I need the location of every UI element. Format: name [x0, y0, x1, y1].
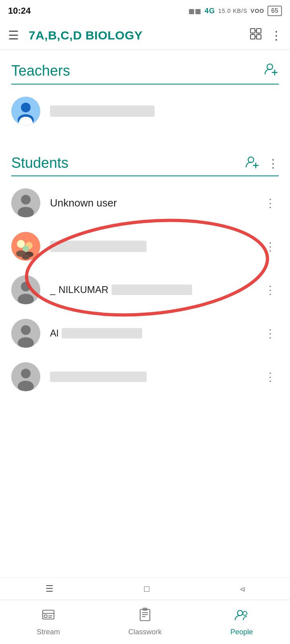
students-section-header: Students ⋮ — [0, 142, 290, 175]
students-actions: ⋮ — [245, 155, 279, 171]
student-avatar-5 — [11, 362, 40, 391]
system-nav-bar: ☰ □ ◃ — [0, 577, 290, 600]
student-more-3[interactable]: ⋮ — [261, 280, 279, 300]
student-item: ⋮ — [0, 225, 290, 268]
student-more-2[interactable]: ⋮ — [261, 237, 279, 256]
nav-classwork[interactable]: Classwork — [97, 600, 193, 644]
students-divider — [11, 175, 279, 176]
svg-point-34 — [21, 369, 31, 378]
classwork-icon — [138, 608, 152, 625]
students-heading: Students — [11, 155, 68, 171]
svg-point-49 — [243, 611, 247, 615]
more-options-icon[interactable]: ⋮ — [270, 28, 282, 42]
teachers-actions — [264, 62, 279, 80]
nav-stream[interactable]: Stream — [0, 600, 97, 644]
teacher-avatar — [11, 97, 40, 126]
students-more-icon[interactable]: ⋮ — [267, 156, 279, 170]
status-indicators: ▦▦ 4G 15.0 KB/S VOO 65 — [188, 6, 282, 16]
teacher-item — [0, 89, 290, 133]
nav-people[interactable]: People — [193, 600, 290, 644]
signal-icon: ▦▦ — [188, 7, 201, 15]
content-area: Teachers — [0, 50, 290, 463]
stream-icon — [41, 608, 56, 625]
add-teacher-icon[interactable] — [264, 62, 279, 80]
student-item: ⋮ — [0, 355, 290, 398]
student-avatar-2 — [11, 232, 40, 261]
teachers-heading: Teachers — [11, 62, 70, 79]
people-icon — [234, 608, 249, 625]
student-item: Al ⋮ — [0, 312, 290, 355]
student-name-4: Al — [50, 328, 261, 339]
speed-icon: 15.0 KB/S — [218, 8, 247, 14]
hamburger-icon[interactable]: ☰ — [8, 28, 19, 42]
svg-rect-39 — [44, 615, 47, 617]
classwork-label: Classwork — [128, 628, 162, 636]
people-label: People — [230, 628, 253, 636]
network-icon: 4G — [205, 7, 215, 15]
svg-point-14 — [248, 157, 254, 163]
svg-point-18 — [21, 195, 31, 204]
student-avatar-1 — [11, 188, 40, 217]
carrier-icon: VOO — [251, 8, 264, 14]
student-name-2 — [50, 241, 261, 252]
stream-label: Stream — [37, 628, 60, 636]
bottom-nav: Stream Classwork People — [0, 600, 290, 644]
student-avatar-4 — [11, 319, 40, 348]
svg-point-12 — [21, 103, 31, 112]
nav-menu-icon[interactable]: ☰ — [46, 584, 54, 594]
teachers-section-header: Teachers — [0, 50, 290, 84]
student-item: Unknown user ⋮ — [0, 181, 290, 225]
nav-home-icon[interactable]: □ — [144, 584, 149, 594]
svg-point-26 — [22, 254, 30, 260]
app-title: 7A,B,C,D BIOLOGY — [29, 29, 249, 42]
student-name-1: Unknown user — [50, 197, 261, 209]
student-more-1[interactable]: ⋮ — [261, 193, 279, 213]
teacher-name-blurred — [50, 105, 155, 117]
app-bar: ☰ 7A,B,C,D BIOLOGY ⋮ — [0, 21, 290, 50]
teachers-divider — [11, 84, 279, 85]
svg-point-8 — [267, 64, 273, 70]
svg-point-28 — [21, 282, 31, 291]
app-bar-actions: ⋮ — [249, 27, 282, 43]
student-name-3: _ NILKUMAR — [50, 284, 261, 295]
student-avatar-3 — [11, 275, 40, 304]
teacher-name — [50, 105, 279, 117]
status-time: 10:24 — [8, 6, 31, 16]
svg-rect-0 — [251, 29, 255, 33]
status-bar: 10:24 ▦▦ 4G 15.0 KB/S VOO 65 — [0, 0, 290, 21]
student-name-5 — [50, 372, 261, 382]
student-more-4[interactable]: ⋮ — [261, 324, 279, 343]
svg-point-31 — [21, 325, 31, 335]
student-item: _ NILKUMAR ⋮ — [0, 268, 290, 312]
battery-indicator: 65 — [267, 6, 282, 16]
svg-point-48 — [238, 611, 243, 616]
svg-rect-3 — [257, 35, 261, 39]
svg-rect-1 — [257, 29, 261, 33]
grid-view-icon[interactable] — [249, 27, 262, 43]
svg-rect-2 — [251, 35, 255, 39]
nav-back-icon[interactable]: ◃ — [240, 584, 244, 594]
student-more-5[interactable]: ⋮ — [261, 367, 279, 387]
add-student-icon[interactable] — [245, 155, 260, 171]
